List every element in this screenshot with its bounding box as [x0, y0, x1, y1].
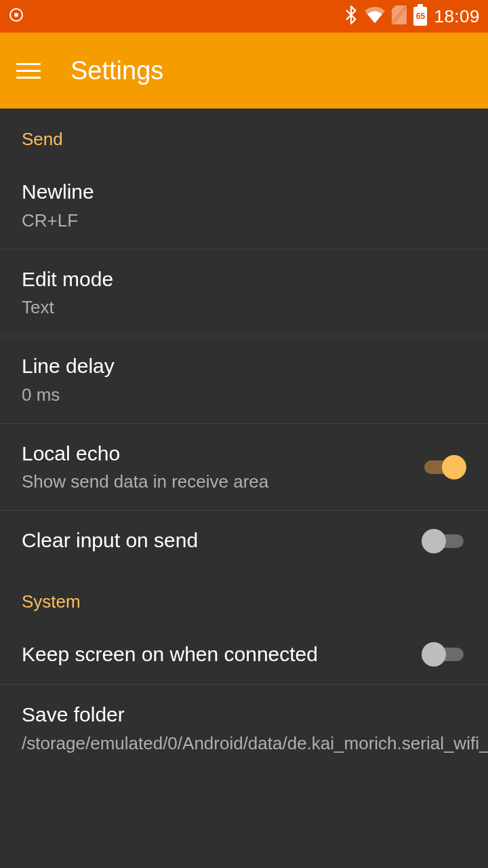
setting-title: Local echo [22, 440, 408, 468]
setting-title: Save folder [22, 701, 466, 729]
no-sim-icon [392, 5, 407, 27]
toggle-clear-input[interactable] [422, 529, 466, 553]
setting-clear-input[interactable]: Clear input on send [0, 511, 488, 571]
setting-value: Text [22, 296, 466, 319]
setting-subtitle: Show send data in receive area [22, 470, 408, 494]
setting-title: Keep screen on when connected [22, 641, 408, 669]
status-time: 18:09 [434, 6, 480, 27]
page-title: Settings [70, 56, 163, 85]
battery-icon: 65 [413, 7, 427, 26]
setting-local-echo[interactable]: Local echo Show send data in receive are… [0, 424, 488, 511]
setting-edit-mode[interactable]: Edit mode Text [0, 250, 488, 337]
setting-line-delay[interactable]: Line delay 0 ms [0, 336, 488, 424]
setting-value: 0 ms [22, 383, 466, 407]
wifi-icon [365, 7, 385, 26]
setting-title: Clear input on send [22, 527, 408, 555]
target-icon [8, 7, 24, 26]
setting-keep-screen-on[interactable]: Keep screen on when connected [0, 625, 488, 686]
toggle-keep-screen-on[interactable] [422, 642, 466, 667]
svg-point-1 [14, 13, 18, 17]
status-right: 65 18:09 [344, 5, 480, 27]
menu-icon[interactable] [16, 58, 41, 83]
setting-value: /storage/emulated/0/Android/data/de.kai_… [22, 732, 466, 755]
setting-title: Line delay [22, 353, 466, 380]
app-bar: Settings [0, 33, 488, 108]
setting-save-folder[interactable]: Save folder /storage/emulated/0/Android/… [0, 685, 488, 772]
battery-level: 65 [416, 12, 425, 21]
status-bar: 65 18:09 [0, 0, 488, 33]
setting-newline[interactable]: Newline CR+LF [0, 162, 488, 250]
section-header-system: System [0, 571, 488, 625]
setting-value: CR+LF [22, 209, 466, 233]
setting-title: Newline [22, 178, 466, 206]
section-header-send: Send [0, 108, 488, 162]
status-left [8, 7, 24, 26]
settings-list: Send Newline CR+LF Edit mode Text Line d… [0, 108, 488, 772]
toggle-local-echo[interactable] [422, 455, 466, 479]
setting-title: Edit mode [22, 266, 466, 294]
bluetooth-icon [344, 5, 358, 27]
